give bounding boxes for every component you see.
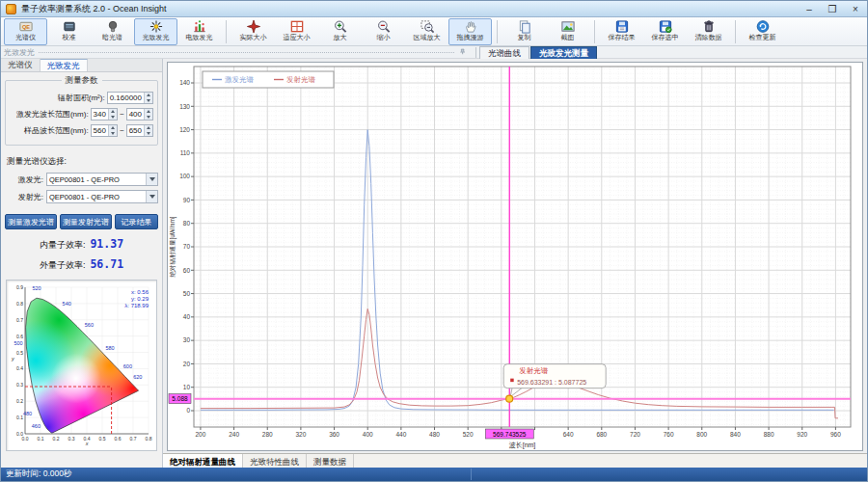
chart-view-tab[interactable]: 光致特性曲线 xyxy=(243,454,307,468)
title-bar: 量子效率测量系统 2.0 - Ocean Insight – ❐ × xyxy=(1,1,867,17)
spin-input[interactable]: 560 xyxy=(91,124,118,137)
svg-text:30: 30 xyxy=(183,336,191,343)
chevron-down-icon[interactable] xyxy=(146,174,157,185)
chevron-down-icon[interactable] xyxy=(146,191,157,202)
svg-text:0.0: 0.0 xyxy=(16,431,23,437)
spin-down-icon[interactable] xyxy=(109,115,117,120)
chart-view-tab[interactable]: 测量数据 xyxy=(307,454,354,468)
svg-text:569.633291 : 5.087725: 569.633291 : 5.087725 xyxy=(517,379,586,386)
toolbar-button-qe-device[interactable]: QE光谱仪 xyxy=(4,18,47,45)
chart-view-tabs: 绝对辐射通量曲线光致特性曲线测量数据 xyxy=(163,453,867,468)
spectrometer-dropdown[interactable]: QEP00801 - QE-PRO xyxy=(46,173,158,186)
svg-text:960: 960 xyxy=(830,431,841,438)
toolbar-button-calibrate[interactable]: 校准 xyxy=(47,18,91,45)
svg-text:20: 20 xyxy=(183,361,191,367)
minimize-button[interactable]: – xyxy=(802,4,816,14)
spin-down-icon[interactable] xyxy=(145,115,152,120)
save-sel-icon xyxy=(658,19,673,34)
toolbar-button-label: 截图 xyxy=(561,34,575,41)
spin-input[interactable]: 340 xyxy=(91,108,118,120)
pin-icon[interactable] xyxy=(458,47,470,58)
measure-button[interactable]: 测量激发光谱 xyxy=(5,214,57,229)
toolbar-button-pan-hand[interactable]: 拖拽漫游 xyxy=(448,18,492,45)
spin-down-icon[interactable] xyxy=(109,131,117,137)
measure-button[interactable]: 记录结果 xyxy=(115,214,158,229)
param-row: 样品波长范围(nm):560~650 xyxy=(10,124,153,137)
spin-down-icon[interactable] xyxy=(145,131,152,137)
toolbar-separator xyxy=(497,20,498,43)
panel-tab[interactable]: 光谱仪 xyxy=(1,59,41,71)
efficiency-label: 内量子效率: xyxy=(40,239,86,252)
param-label: 辐射面积(m²): xyxy=(58,93,105,103)
document-tab[interactable]: 光致发光测量 xyxy=(530,46,597,59)
spin-input[interactable]: 400 xyxy=(126,108,153,120)
svg-text:760: 760 xyxy=(664,431,674,438)
svg-text:120: 120 xyxy=(179,126,190,133)
svg-text:0.7: 0.7 xyxy=(130,436,137,442)
pin-glyph xyxy=(458,47,470,58)
main-content: 光谱仪光致发光 测量参数 辐射面积(m²):0.160000激发光波长范围(nm… xyxy=(1,59,867,468)
qe-device-icon: QE xyxy=(18,19,34,34)
spin-input[interactable]: 0.160000 xyxy=(107,92,153,104)
close-button[interactable]: × xyxy=(849,4,862,14)
status-update-time: 更新时间: 0.000秒 xyxy=(1,469,472,480)
zoom-in-icon xyxy=(333,19,348,34)
toolbar-button-label: 复制 xyxy=(518,34,531,41)
svg-text:0.2: 0.2 xyxy=(16,398,23,404)
toolbar-button-actual-size[interactable]: 实际大小 xyxy=(231,18,275,45)
maximize-button[interactable]: ❐ xyxy=(826,4,839,14)
svg-text:600: 600 xyxy=(123,363,132,369)
param-label: 样品波长范围(nm): xyxy=(24,125,89,136)
toolbar-button-zoom-out[interactable]: 缩小 xyxy=(362,18,405,45)
efficiency-value: 91.37 xyxy=(90,237,123,251)
toolbar-button-copy[interactable]: 复制 xyxy=(502,18,546,45)
svg-text:540: 540 xyxy=(63,301,71,307)
spectrometer-dropdown[interactable]: QEP00801 - QE-PRO xyxy=(46,190,158,203)
toolbar-button-fit-size[interactable]: 适应大小 xyxy=(275,18,318,45)
document-tab[interactable]: 光谱曲线 xyxy=(479,46,529,59)
svg-text:0.8: 0.8 xyxy=(146,436,152,442)
toolbar-button-save[interactable]: 保存结果 xyxy=(600,18,643,45)
spin-value: 560 xyxy=(92,125,108,136)
toolbar-button-dark-bulb[interactable]: 暗光谱 xyxy=(91,18,134,45)
chart-view-tab[interactable]: 绝对辐射通量曲线 xyxy=(163,454,243,468)
toolbar-button-el-bars[interactable]: 电致发光 xyxy=(177,18,221,45)
svg-text:0.6: 0.6 xyxy=(115,436,122,442)
actual-size-glyph xyxy=(246,19,261,34)
measure-button[interactable]: 测量发射光谱 xyxy=(60,214,112,229)
spin-input[interactable]: 650 xyxy=(126,124,153,137)
panel-tab[interactable]: 光致发光 xyxy=(41,59,88,71)
svg-text:0.3: 0.3 xyxy=(68,436,75,442)
dark-bulb-glyph xyxy=(105,19,121,34)
fit-size-icon xyxy=(289,19,305,34)
spin-down-icon[interactable] xyxy=(145,98,152,104)
toolbar-button-zoom-in[interactable]: 放大 xyxy=(318,18,362,45)
toolbar-button-pl-burst[interactable]: 光致发光 xyxy=(134,18,177,45)
toolbar-button-zoom-region[interactable]: 区域放大 xyxy=(405,18,448,45)
chart-area: 2002402803203604004404805206406807207608… xyxy=(163,59,867,453)
toolbar-button-label: 拖拽漫游 xyxy=(457,34,484,41)
svg-text:140: 140 xyxy=(179,79,190,86)
svg-text:110: 110 xyxy=(180,149,191,156)
svg-text:y: y xyxy=(11,356,15,362)
app-icon xyxy=(6,4,16,14)
svg-text:60: 60 xyxy=(183,267,191,274)
cie-diagram-svg: 0.00.10.20.30.40.50.60.70.80.00.10.20.30… xyxy=(9,282,153,446)
chart-panel: 2002402803203604004404805206406807207608… xyxy=(163,59,867,468)
toolbar-button-trash[interactable]: 清除数据 xyxy=(687,18,730,45)
toolbar-button-save-sel[interactable]: 保存选中 xyxy=(643,18,687,45)
toolbar-separator xyxy=(226,20,227,43)
toolbar-button-update[interactable]: 检查更新 xyxy=(741,18,784,45)
svg-text:10: 10 xyxy=(183,384,191,390)
chart-canvas[interactable]: 2002402803203604004404805206406807207608… xyxy=(167,62,863,451)
pl-burst-icon xyxy=(149,19,164,34)
svg-text:720: 720 xyxy=(630,431,640,438)
spectrum-chart-svg: 2002402803203604004404805206406807207608… xyxy=(168,63,862,450)
svg-text:880: 880 xyxy=(764,431,774,438)
range-separator: ~ xyxy=(120,110,124,119)
toolbar-button-screenshot[interactable]: 截图 xyxy=(546,18,589,45)
svg-text:70: 70 xyxy=(183,243,191,250)
toolbar-separator xyxy=(735,20,736,43)
spectrometer-select-title: 测量光谱仪选择: xyxy=(7,156,156,168)
svg-text:x: 0.56: x: 0.56 xyxy=(131,289,149,295)
